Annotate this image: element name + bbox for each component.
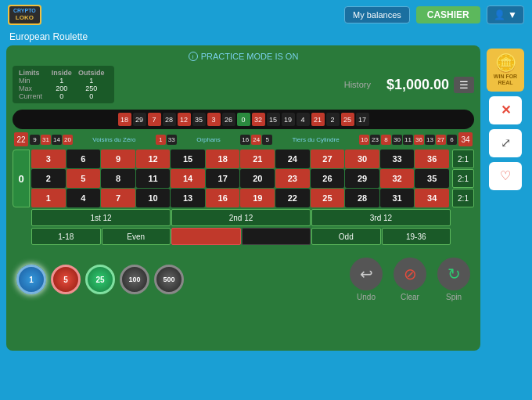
ratio-cell-3[interactable]: 2:1 [452, 189, 474, 207]
wheel-num[interactable]: 7 [148, 113, 161, 126]
spin-button[interactable]: ↻ [437, 258, 470, 290]
num-cell[interactable]: 26 [311, 169, 345, 188]
cashier-button[interactable]: CASHIER [416, 6, 480, 23]
sector-num[interactable]: 31 [41, 135, 51, 145]
low-bet-cell[interactable]: 1-18 [31, 228, 101, 245]
num-cell[interactable]: 17 [206, 169, 240, 188]
sector-num[interactable]: 23 [370, 135, 380, 145]
num-cell[interactable]: 11 [136, 169, 171, 188]
num-cell[interactable]: 25 [311, 189, 345, 207]
wheel-num[interactable]: 25 [341, 113, 354, 126]
num-cell[interactable]: 29 [345, 169, 379, 188]
num-cell[interactable]: 30 [345, 150, 379, 168]
wheel-num[interactable]: 28 [163, 113, 176, 126]
chip-100[interactable]: 100 [120, 265, 149, 294]
first-dozen-cell[interactable]: 1st 12 [31, 209, 171, 226]
black-bet-cell[interactable] [242, 228, 311, 245]
chip-5[interactable]: 5 [51, 265, 81, 294]
clear-button[interactable]: ⊘ [394, 258, 426, 290]
odd-bet-cell[interactable]: Odd [311, 228, 381, 245]
wheel-num[interactable]: 35 [192, 113, 206, 126]
sector-num[interactable]: 6 [447, 135, 457, 145]
second-dozen-cell[interactable]: 2nd 12 [171, 209, 311, 226]
wheel-num[interactable]: 4 [297, 113, 310, 126]
even-bet-cell[interactable]: Even [102, 228, 171, 245]
sector-num[interactable]: 1 [156, 135, 166, 145]
num-cell[interactable]: 3 [31, 150, 66, 168]
num-cell[interactable]: 6 [66, 150, 101, 168]
num-cell[interactable]: 19 [240, 189, 275, 207]
num-cell[interactable]: 31 [380, 189, 415, 207]
ratio-cell-2[interactable]: 2:1 [452, 169, 474, 188]
red-bet-cell[interactable] [171, 228, 241, 245]
num-cell[interactable]: 13 [171, 189, 205, 207]
sector-num[interactable]: 27 [436, 135, 446, 145]
wheel-num[interactable]: 21 [311, 113, 325, 126]
sector-num[interactable]: 16 [240, 135, 250, 145]
num-cell[interactable]: 2 [31, 169, 66, 188]
wheel-num[interactable]: 19 [282, 113, 295, 126]
num-cell[interactable]: 8 [101, 169, 135, 188]
wheel-num[interactable]: 0 [237, 113, 250, 126]
sector-num[interactable]: 30 [392, 135, 402, 145]
num-cell[interactable]: 24 [275, 150, 310, 168]
sector-num[interactable]: 33 [167, 135, 177, 145]
num-cell[interactable]: 7 [101, 189, 135, 207]
win-for-real-button[interactable]: 🪙 WIN FOR REAL [487, 49, 524, 92]
orphans-label[interactable]: Orphans [196, 136, 221, 143]
chip-25[interactable]: 25 [85, 265, 115, 294]
num-cell[interactable]: 36 [415, 150, 449, 168]
favorite-button[interactable]: ♡ [489, 162, 522, 190]
sector-num[interactable]: 10 [359, 135, 369, 145]
sector-num[interactable]: 20 [63, 135, 73, 145]
wheel-num[interactable]: 3 [207, 113, 221, 126]
num-cell[interactable]: 20 [240, 169, 275, 188]
num-cell[interactable]: 35 [415, 169, 449, 188]
num-cell[interactable]: 5 [66, 169, 101, 188]
wheel-num[interactable]: 2 [326, 113, 340, 126]
num-cell[interactable]: 15 [171, 150, 205, 168]
num-cell[interactable]: 22 [275, 189, 310, 207]
num-cell[interactable]: 33 [380, 150, 415, 168]
num-cell[interactable]: 23 [275, 169, 310, 188]
chip-500[interactable]: 500 [154, 265, 184, 294]
num-cell[interactable]: 14 [171, 169, 205, 188]
undo-action[interactable]: ↩ Undo [350, 258, 383, 301]
user-button[interactable]: 👤 ▼ [487, 5, 524, 24]
num-cell[interactable]: 4 [66, 189, 101, 207]
wheel-num[interactable]: 18 [118, 113, 131, 126]
num-cell[interactable]: 34 [415, 189, 449, 207]
ratio-cell-1[interactable]: 2:1 [452, 150, 474, 168]
wheel-num[interactable]: 32 [252, 113, 265, 126]
sector-num[interactable]: 24 [251, 135, 261, 145]
zero-cell[interactable]: 0 [13, 150, 30, 207]
sector-num[interactable]: 5 [262, 135, 272, 145]
wheel-num[interactable]: 26 [222, 113, 235, 126]
expand-button[interactable]: ⤢ [489, 129, 522, 157]
high-bet-cell[interactable]: 19-36 [382, 228, 451, 245]
voisins-label[interactable]: Voisins du Zéro [92, 136, 135, 143]
sector-num[interactable]: 9 [30, 135, 40, 145]
num-cell[interactable]: 9 [101, 150, 135, 168]
sector-num[interactable]: 13 [425, 135, 435, 145]
clear-action[interactable]: ⊘ Clear [394, 258, 426, 301]
sector-right-num[interactable]: 34 [458, 132, 473, 146]
sector-num[interactable]: 11 [403, 135, 413, 145]
wheel-num[interactable]: 12 [178, 113, 191, 126]
menu-button[interactable]: ☰ [454, 77, 474, 93]
num-cell[interactable]: 10 [136, 189, 171, 207]
num-cell[interactable]: 21 [240, 150, 275, 168]
num-cell[interactable]: 1 [31, 189, 66, 207]
chip-1[interactable]: 1 [16, 265, 46, 294]
num-cell[interactable]: 12 [136, 150, 171, 168]
my-balances-button[interactable]: My balances [344, 6, 410, 23]
num-cell[interactable]: 27 [311, 150, 345, 168]
sector-num[interactable]: 8 [381, 135, 391, 145]
wheel-num[interactable]: 29 [133, 113, 146, 126]
num-cell[interactable]: 18 [206, 150, 240, 168]
wheel-num[interactable]: 17 [356, 113, 369, 126]
tiers-label[interactable]: Tiers du Cylindre [292, 136, 339, 143]
sector-num[interactable]: 36 [414, 135, 424, 145]
undo-button[interactable]: ↩ [350, 258, 383, 290]
num-cell[interactable]: 32 [380, 169, 415, 188]
